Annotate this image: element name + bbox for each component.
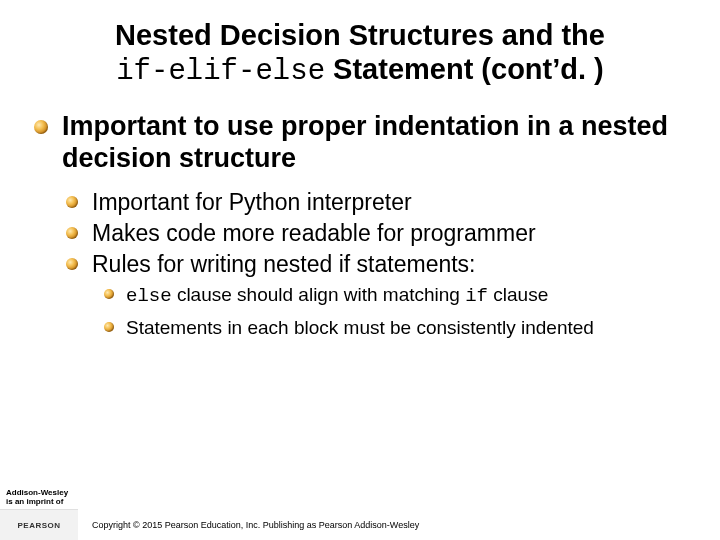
imprint-text: Addison-Wesley is an imprint of [6,489,84,506]
bullet-l3a-code1: else [126,285,172,307]
bullet-icon [34,120,48,134]
bullet-l1: Important to use proper indentation in a… [32,111,690,175]
bullet-icon [66,196,78,208]
bullet-l3b: Statements in each block must be consist… [100,316,690,340]
publisher-logo: PEARSON [0,509,78,540]
bullet-icon [104,289,114,299]
bullet-l3b-text: Statements in each block must be consist… [126,317,594,338]
bullet-icon [104,322,114,332]
bullet-l2a: Important for Python interpreter [62,189,690,216]
bullet-icon [66,227,78,239]
bullet-l3a-mid: clause should align with matching [172,284,466,305]
bullet-icon [66,258,78,270]
bullet-l2a-text: Important for Python interpreter [92,189,412,215]
bullet-l3a: else clause should align with matching i… [100,283,690,308]
bullet-l3a-end: clause [488,284,548,305]
title-code: if-elif-else [116,55,325,88]
title-line2-rest: Statement (cont’d. ) [325,53,604,85]
bullet-l3a-code2: if [465,285,488,307]
bullet-l2c-text: Rules for writing nested if statements: [92,251,476,277]
imprint-line2: is an imprint of [6,497,63,506]
slide-title: Nested Decision Structures and the if-el… [30,18,690,89]
bullet-l2b-text: Makes code more readable for programmer [92,220,536,246]
bullet-l1-text: Important to use proper indentation in a… [62,111,668,173]
copyright-text: Copyright © 2015 Pearson Education, Inc.… [92,520,419,530]
title-line1: Nested Decision Structures and the [115,19,605,51]
bullet-l2c: Rules for writing nested if statements: [62,251,690,278]
slide: Nested Decision Structures and the if-el… [0,0,720,540]
bullet-l2b: Makes code more readable for programmer [62,220,690,247]
publisher-logo-text: PEARSON [17,521,60,530]
